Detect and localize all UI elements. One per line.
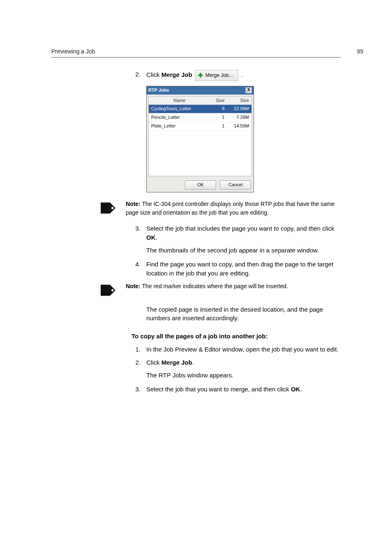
note-block: Note: The red marker indicates where the… <box>131 282 343 298</box>
svg-point-1 <box>111 289 113 291</box>
table-empty-space <box>149 131 251 176</box>
col-size2[interactable]: Size <box>227 97 251 105</box>
note-text: The IC-304 print controller displays onl… <box>126 201 334 215</box>
header-rule <box>51 57 341 58</box>
table-row[interactable]: CyclingTours_Letter 8 22.99M <box>149 105 251 113</box>
note-icon <box>98 200 118 217</box>
table-row[interactable]: Pencils_Letter 1 7.26M <box>149 113 251 122</box>
step-number: 1. <box>131 345 141 354</box>
step-number: 3. <box>131 385 141 394</box>
dialog-titlebar: RTP Jobs X <box>147 86 254 95</box>
step-4: 4. Find the page you want to copy, and t… <box>131 260 343 278</box>
text: . <box>240 71 243 78</box>
step-text: Click Merge Job ✚ Merge Job… . <box>146 70 343 81</box>
step-4-followup: The copied page is inserted in the desir… <box>146 305 343 323</box>
cell-c1: 8 <box>210 105 227 113</box>
text: . <box>192 359 194 366</box>
step-3-followup: The thumbnails of the second job appear … <box>146 246 343 255</box>
text: Click <box>146 71 161 78</box>
text: Select the job that you want to merge, a… <box>146 386 291 393</box>
merge-job-button-label: Merge Job… <box>205 72 234 79</box>
note-icon <box>98 282 118 298</box>
cell-c2: 7.26M <box>227 113 251 122</box>
rtp-jobs-table: Name Size Size CyclingTours_Letter 8 22.… <box>149 97 251 176</box>
rtp-jobs-dialog: RTP Jobs X Name Size Size CyclingTours_L… <box>146 86 254 193</box>
step-number: 3. <box>131 224 141 242</box>
note-label: Note: <box>126 201 141 207</box>
cell-c2: 14.55M <box>227 122 251 131</box>
cancel-button[interactable]: Cancel <box>220 180 251 190</box>
cell-name: CyclingTours_Letter <box>149 105 210 113</box>
cell-name: Plate_Letter <box>149 122 210 131</box>
ok-button[interactable]: OK <box>185 180 216 190</box>
step-2: 2. Click Merge Job ✚ Merge Job… . <box>131 70 343 81</box>
col-size1[interactable]: Size <box>210 97 227 105</box>
ok-bold: OK <box>146 234 156 241</box>
page-number: 99 <box>357 47 363 56</box>
svg-point-0 <box>111 207 113 209</box>
merge-job-button[interactable]: ✚ Merge Job… <box>195 70 238 81</box>
step-3: 3. Select the job that includes the page… <box>131 224 343 242</box>
s2-step-2-followup: The RTP Jobs window appears. <box>146 371 343 380</box>
cell-name: Pencils_Letter <box>149 113 210 122</box>
step-number: 2. <box>131 358 141 367</box>
dialog-title: RTP Jobs <box>148 87 169 94</box>
text: . <box>156 234 157 241</box>
text: Select the job that includes the page yo… <box>146 225 334 232</box>
step-text: In the Job Preview & Editor window, open… <box>146 345 343 354</box>
s2-step-3: 3. Select the job that you want to merge… <box>131 385 343 394</box>
text: Click <box>146 359 161 366</box>
cell-c1: 1 <box>210 122 227 131</box>
merge-job-bold: Merge Job <box>161 359 192 366</box>
note-block: Note: The IC-304 print controller displa… <box>131 200 343 217</box>
cell-c2: 22.99M <box>227 105 251 113</box>
table-row[interactable]: Plate_Letter 1 14.55M <box>149 122 251 131</box>
s2-step-1: 1. In the Job Preview & Editor window, o… <box>131 345 343 354</box>
close-icon[interactable]: X <box>245 87 252 93</box>
subsection-heading: To copy all the pages of a job into anot… <box>131 332 343 341</box>
cell-c1: 1 <box>210 113 227 122</box>
step-number: 2. <box>131 70 141 81</box>
text: . <box>300 386 302 393</box>
step-text: Find the page you want to copy, and then… <box>146 260 343 278</box>
note-label: Note: <box>126 283 141 289</box>
merge-job-bold: Merge Job <box>161 71 192 78</box>
col-name[interactable]: Name <box>149 97 210 105</box>
note-text: The red marker indicates where the page … <box>142 283 288 289</box>
running-header: Previewing a Job <box>51 47 95 56</box>
plus-icon: ✚ <box>198 71 203 79</box>
s2-step-2: 2. Click Merge Job. <box>131 358 343 367</box>
step-number: 4. <box>131 260 141 278</box>
ok-bold: OK <box>291 386 300 393</box>
